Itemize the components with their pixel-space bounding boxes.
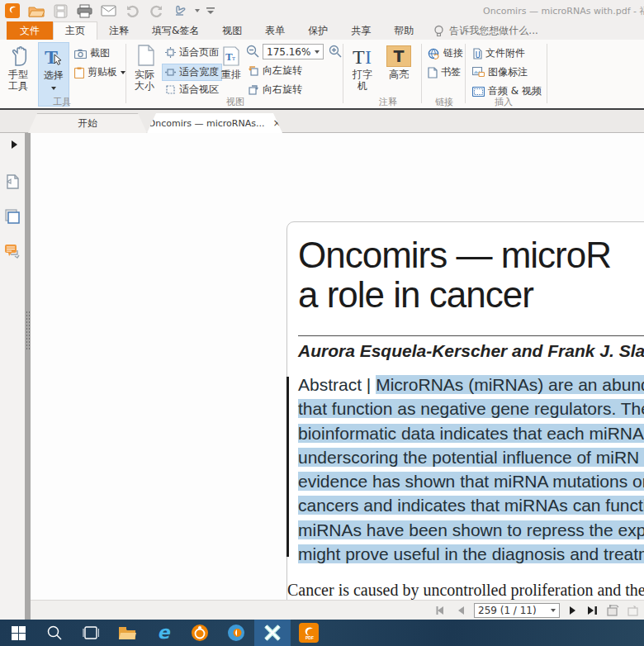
page-navigation-bar: 259 (1 / 11) — [31, 600, 644, 620]
highlight-button[interactable]: T 高亮 — [383, 42, 414, 80]
snapshot-button[interactable]: 截图 — [74, 46, 110, 60]
sidebar-splitter[interactable] — [25, 133, 31, 620]
abstract-line: that function as negative gene regulator… — [298, 397, 644, 420]
reflow-button[interactable]: Tт 重排 — [218, 42, 244, 80]
zoom-dropdown-caret[interactable] — [315, 50, 320, 54]
x-app-button[interactable] — [254, 620, 291, 646]
document-tab-bar: 开始 Oncomirs — microRNAs... × — [0, 110, 644, 133]
article-authors: Aurora Esquela-Kerscher and Frank J. Sla — [298, 341, 644, 361]
page-number-input[interactable]: 259 (1 / 11) — [474, 603, 560, 618]
ie-icon: e — [158, 624, 170, 642]
print-icon[interactable] — [75, 2, 93, 20]
abstract-line: evidence has shown that miRNA mutations … — [298, 469, 644, 493]
clipboard-button[interactable]: 剪贴板 — [74, 65, 125, 79]
link-button[interactable]: 链接 — [428, 46, 463, 60]
actual-size-button[interactable]: 实际大小 — [130, 42, 162, 92]
typewriter-label: 打字机 — [350, 69, 375, 92]
tab-form[interactable]: 表单 — [253, 21, 296, 40]
file-explorer-button[interactable] — [109, 620, 145, 646]
fit-visible-label: 适合视区 — [179, 83, 219, 97]
pages-panel-icon[interactable] — [3, 207, 21, 226]
selected-text: evidence has shown that miRNA mutations … — [298, 472, 644, 491]
zoom-out-icon[interactable] — [246, 45, 259, 58]
abstract-line: Abstract | MicroRNAs (miRNAs) are an abu… — [298, 373, 644, 397]
selected-text: that function as negative gene regulator… — [298, 399, 644, 418]
close-tab-icon[interactable]: × — [272, 117, 281, 129]
typewriter-button[interactable]: TI 打字机 — [350, 42, 380, 92]
svg-text:I: I — [365, 47, 372, 67]
fit-page-button[interactable]: 适合页面 — [165, 45, 219, 59]
tab-protect[interactable]: 保护 — [296, 21, 339, 40]
svg-text:т: т — [232, 54, 235, 62]
orange-app-button[interactable] — [182, 620, 218, 646]
tab-start-page[interactable]: 开始 — [28, 113, 147, 133]
stamp-tool-icon[interactable] — [171, 2, 189, 20]
insert-group-label: 插入 — [475, 96, 533, 108]
rotate-left-button[interactable]: 向左旋转 — [248, 64, 302, 78]
comments-panel-icon[interactable] — [3, 242, 21, 260]
stamp-dropdown-caret[interactable] — [195, 9, 200, 12]
hand-icon — [5, 42, 35, 67]
tab-view[interactable]: 视图 — [211, 21, 253, 40]
hand-tool-label: 手型工具 — [5, 69, 31, 92]
redo-icon[interactable] — [147, 2, 165, 20]
internet-explorer-button[interactable]: e — [145, 620, 182, 646]
tools-group-label: 工具 — [33, 96, 91, 108]
rotate-right-label: 向右旋转 — [263, 83, 302, 97]
first-page-icon[interactable] — [434, 604, 447, 617]
tab-file[interactable]: 文件 — [7, 21, 53, 40]
tab-document[interactable]: Oncomirs — microRNAs... × — [147, 113, 282, 133]
next-page-icon[interactable] — [566, 604, 580, 617]
ribbon-tab-row: 文件 主页 注释 填写&签名 视图 表单 保护 共享 帮助 告诉我您想做什么..… — [0, 21, 644, 40]
page-dropdown-caret[interactable] — [551, 609, 556, 612]
file-attachment-button[interactable]: 文件附件 — [472, 46, 525, 60]
link-label: 链接 — [443, 46, 463, 60]
ribbon-separator — [125, 44, 126, 103]
task-view-button[interactable] — [73, 620, 109, 646]
undo-icon[interactable] — [123, 2, 141, 20]
next-view-icon[interactable] — [626, 604, 639, 617]
select-text-icon: T — [39, 43, 69, 68]
start-button[interactable] — [0, 620, 36, 646]
customize-toolbar-icon[interactable] — [206, 2, 215, 20]
previous-view-icon[interactable] — [606, 604, 619, 617]
rotate-left-label: 向左旋转 — [263, 64, 302, 78]
open-folder-icon[interactable] — [27, 2, 45, 20]
tab-comment[interactable]: 注释 — [97, 21, 140, 40]
email-icon[interactable] — [99, 2, 117, 20]
ribbon-separator — [547, 44, 547, 103]
splitter-grip[interactable] — [26, 311, 30, 350]
body-text: Cancer is caused by uncontrolled prolife… — [287, 581, 644, 600]
bookmark-panel-icon[interactable] — [3, 173, 21, 191]
zoom-in-icon[interactable] — [329, 45, 342, 58]
zoom-level-value: 175.16% — [267, 46, 310, 58]
svg-text:T: T — [353, 47, 365, 67]
save-icon[interactable] — [51, 2, 69, 20]
browser-app-button[interactable] — [218, 620, 254, 646]
window-title: Oncomirs — microRNAs with.pdf - 福昕 — [483, 5, 644, 17]
fit-visible-button[interactable]: 适合视区 — [165, 83, 219, 97]
hand-tool-button[interactable]: 手型工具 — [5, 42, 35, 92]
selected-text: might prove useful in the diagnosis and … — [298, 544, 644, 563]
zoom-level-input[interactable]: 175.16% — [263, 44, 324, 59]
document-view[interactable]: Oncomirs — microR a role in cancer Auror… — [31, 133, 644, 620]
article-abstract: Abstract | MicroRNAs (miRNAs) are an abu… — [298, 373, 644, 566]
image-annotation-button[interactable]: 图像标注 — [472, 65, 528, 79]
tab-share[interactable]: 共享 — [339, 21, 382, 40]
tell-me-search[interactable]: 告诉我您想做什么... — [425, 21, 537, 40]
tab-home[interactable]: 主页 — [53, 21, 97, 40]
fit-width-button[interactable]: 适合宽度 — [162, 64, 222, 81]
ribbon-separator — [421, 44, 422, 103]
abstract-side-rule — [286, 377, 289, 557]
tab-fill-sign[interactable]: 填写&签名 — [140, 21, 211, 40]
last-page-icon[interactable] — [586, 604, 599, 617]
select-dropdown-caret[interactable] — [51, 87, 56, 90]
rotate-right-button[interactable]: 向右旋转 — [248, 83, 302, 97]
foxit-pdf-button[interactable]: PDF — [291, 620, 327, 646]
tab-help[interactable]: 帮助 — [382, 21, 425, 40]
bookmark-button[interactable]: 书签 — [428, 65, 461, 79]
expand-panel-icon[interactable] — [12, 140, 17, 149]
rotate-right-icon — [248, 84, 259, 95]
search-button[interactable] — [36, 620, 73, 646]
previous-page-icon[interactable] — [454, 604, 467, 617]
